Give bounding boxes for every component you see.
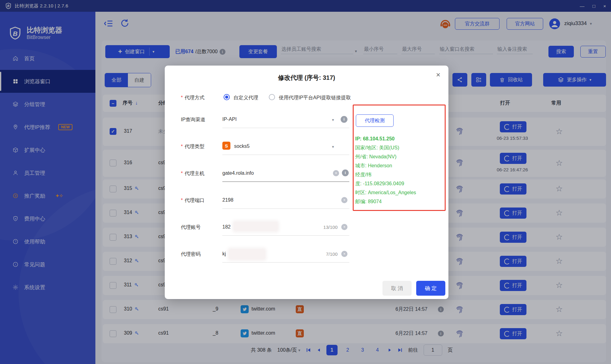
input-underline xyxy=(222,128,349,128)
result-zipcode: 邮编: 89074 xyxy=(355,197,445,206)
result-ip: IP: 68.104.51.250 xyxy=(355,134,445,143)
radio-api-proxy-label[interactable]: 使用代理IP平台API提取链接提取 xyxy=(279,95,351,101)
account-char-counter: 13/100 xyxy=(301,225,338,230)
clear-password-icon[interactable]: × xyxy=(341,251,347,257)
redacted-account xyxy=(234,222,277,231)
clear-host-icon[interactable]: × xyxy=(333,170,339,176)
proxy-method-label: 代理方式 xyxy=(181,95,204,101)
redacted-password xyxy=(229,249,265,259)
proxy-port-label: 代理端口 xyxy=(181,197,204,204)
proxy-check-label: 代理检测 xyxy=(365,118,385,124)
result-city: 城市: Henderson xyxy=(355,161,445,170)
input-underline xyxy=(222,208,349,209)
bitbrowser-window: B 比特浏览器 2.2.10 | 2.7.6 — □ × B 比特浏览器 Bit… xyxy=(0,0,611,364)
password-char-counter: 7/100 xyxy=(301,251,338,257)
input-underline xyxy=(222,262,349,263)
proxy-password-label: 代理密码 xyxy=(181,251,201,258)
proxy-host-value[interactable]: gate4.rola.info xyxy=(222,170,254,176)
ip-channel-value[interactable]: IP-API xyxy=(222,117,237,122)
result-state: 州/省: Nevada(NV) xyxy=(355,152,445,161)
result-lnglat-2: 度: -115.0829/36.0409 xyxy=(355,179,445,188)
result-country: 国家/地区: 美国(US) xyxy=(355,143,445,152)
proxy-password-value[interactable]: kj xyxy=(222,251,226,257)
proxy-host-label: 代理主机 xyxy=(181,170,204,177)
proxy-port-value[interactable]: 2198 xyxy=(222,197,233,203)
clear-account-icon[interactable]: × xyxy=(341,224,347,230)
ip-channel-info-icon: i xyxy=(341,116,347,123)
radio-custom-proxy-label[interactable]: 自定义代理 xyxy=(233,95,258,101)
proxy-account-label: 代理账号 xyxy=(181,224,201,231)
clear-port-icon[interactable]: × xyxy=(341,197,347,203)
input-underline-focused xyxy=(222,182,349,182)
modal-title: 修改代理 (序号: 317) xyxy=(165,74,448,82)
result-lnglat-1: 经度/纬 xyxy=(355,170,445,179)
cancel-button[interactable]: 取 消 xyxy=(382,281,412,296)
proxy-type-value[interactable]: socks5 xyxy=(234,143,250,149)
modal-close-icon[interactable]: × xyxy=(436,71,440,79)
proxy-type-caret-icon: ▾ xyxy=(332,144,334,149)
ip-channel-caret-icon: ▾ xyxy=(332,118,334,122)
input-underline xyxy=(222,235,349,236)
proxy-type-label: 代理类型 xyxy=(181,143,204,150)
proxy-check-button[interactable]: 代理检测 xyxy=(356,114,394,127)
proxy-account-value[interactable]: 182 xyxy=(222,224,231,230)
proxy-check-results: IP: 68.104.51.250 国家/地区: 美国(US) 州/省: Nev… xyxy=(355,134,445,206)
confirm-button[interactable]: 确 定 xyxy=(416,281,445,296)
radio-api-proxy[interactable] xyxy=(269,94,275,100)
radio-custom-proxy[interactable] xyxy=(224,94,230,100)
input-underline xyxy=(222,155,349,155)
ip-channel-label: IP查询渠道 xyxy=(181,117,205,123)
edit-proxy-modal: 修改代理 (序号: 317) × 代理方式 自定义代理 使用代理IP平台API提… xyxy=(165,66,448,299)
result-timezone: 时区: America/Los_Angeles xyxy=(355,188,445,197)
socks5-icon: S xyxy=(222,142,230,150)
host-info-icon: i xyxy=(342,169,349,176)
